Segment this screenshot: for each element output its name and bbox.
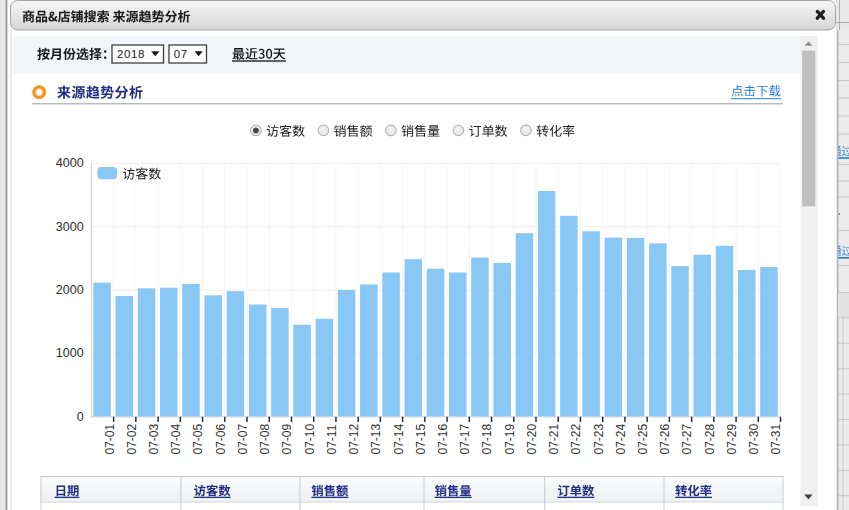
svg-text:07-12: 07-12 [347, 423, 361, 454]
svg-text:4000: 4000 [56, 156, 84, 170]
svg-text:07-13: 07-13 [369, 423, 383, 454]
svg-text:07-04: 07-04 [169, 423, 183, 454]
svg-text:07-07: 07-07 [236, 423, 250, 454]
svg-text:07-23: 07-23 [592, 423, 606, 454]
svg-text:2000: 2000 [56, 283, 84, 297]
svg-text:07-22: 07-22 [569, 423, 583, 454]
svg-text:07-16: 07-16 [436, 423, 450, 454]
svg-text:07-15: 07-15 [414, 423, 428, 454]
svg-text:07-25: 07-25 [636, 423, 650, 454]
svg-text:07-06: 07-06 [214, 423, 228, 454]
svg-text:07-01: 07-01 [103, 423, 117, 454]
svg-text:07-02: 07-02 [125, 423, 139, 454]
svg-text:07-20: 07-20 [525, 423, 539, 454]
svg-text:07-08: 07-08 [258, 423, 272, 454]
svg-text:07-18: 07-18 [480, 423, 494, 454]
svg-text:0: 0 [77, 410, 84, 424]
svg-text:3000: 3000 [56, 220, 84, 234]
svg-text:07-09: 07-09 [280, 423, 294, 454]
svg-text:1000: 1000 [56, 346, 84, 360]
svg-text:07-03: 07-03 [147, 423, 161, 454]
svg-text:07-31: 07-31 [769, 423, 783, 454]
svg-text:07-14: 07-14 [392, 423, 406, 454]
svg-text:07-28: 07-28 [703, 423, 717, 454]
svg-text:07-11: 07-11 [325, 424, 339, 454]
svg-text:07-29: 07-29 [725, 423, 739, 454]
svg-text:07-17: 07-17 [458, 423, 472, 454]
svg-text:07-24: 07-24 [614, 423, 628, 454]
svg-text:07-21: 07-21 [547, 423, 561, 454]
svg-text:07: 07 [174, 48, 188, 60]
svg-text:07-05: 07-05 [191, 423, 205, 454]
svg-text:07-30: 07-30 [747, 423, 761, 454]
svg-text:07-10: 07-10 [303, 423, 317, 454]
svg-text:2018: 2018 [117, 48, 145, 60]
svg-text:07-26: 07-26 [658, 423, 672, 454]
svg-text:07-19: 07-19 [503, 423, 517, 454]
svg-text:07-27: 07-27 [680, 423, 694, 454]
